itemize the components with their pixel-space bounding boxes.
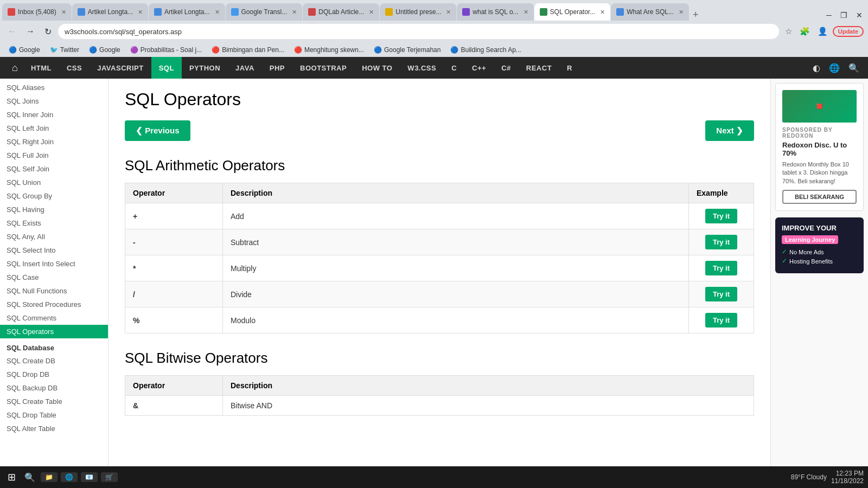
- prev-button[interactable]: ❮ Previous: [125, 120, 190, 141]
- nav-python[interactable]: PYTHON: [182, 57, 228, 79]
- sidebar-item-self-join[interactable]: SQL Self Join: [0, 162, 108, 176]
- tab-close[interactable]: ✕: [446, 9, 451, 16]
- nav-html[interactable]: HTML: [23, 57, 59, 79]
- sidebar-item-exists[interactable]: SQL Exists: [0, 216, 108, 230]
- next-button[interactable]: Next ❯: [705, 120, 754, 141]
- tab-close[interactable]: ✕: [600, 9, 605, 16]
- tab-dqlab[interactable]: DQLab Article... ✕: [303, 3, 379, 21]
- tab-close[interactable]: ✕: [524, 9, 528, 16]
- arithmetic-table: Operator Description Example + Add Try i…: [125, 183, 754, 333]
- start-button[interactable]: ⊞: [4, 471, 19, 483]
- nav-cpp[interactable]: C++: [464, 57, 494, 79]
- sidebar-item-comments[interactable]: SQL Comments: [0, 311, 108, 325]
- operator-description: Divide: [223, 281, 689, 307]
- update-button[interactable]: Update: [833, 26, 864, 37]
- ad-cta-button[interactable]: BELI SEKARANG: [782, 190, 857, 204]
- nav-bootstrap[interactable]: BOOTSTRAP: [292, 57, 354, 79]
- globe-icon[interactable]: 🌐: [827, 61, 842, 75]
- forward-button[interactable]: →: [23, 24, 38, 38]
- bookmark-terjemahan[interactable]: 🔵 Google Terjemahan: [369, 45, 445, 55]
- try-it-button[interactable]: Try it: [705, 287, 737, 301]
- bookmark-google2[interactable]: 🔵 Google: [85, 45, 125, 55]
- try-it-button[interactable]: Try it: [705, 235, 737, 249]
- try-it-button[interactable]: Try it: [705, 261, 737, 275]
- nav-r[interactable]: R: [559, 57, 580, 79]
- taskbar-item-store[interactable]: 🛒: [101, 472, 118, 482]
- taskbar-item-files[interactable]: 📁: [41, 472, 58, 482]
- reload-button[interactable]: ↻: [41, 24, 55, 39]
- nav-css[interactable]: CSS: [59, 57, 90, 79]
- example-cell: Try it: [689, 203, 754, 229]
- extensions-icon[interactable]: 🧩: [797, 25, 813, 38]
- sidebar-item-drop-table[interactable]: SQL Drop Table: [0, 408, 108, 422]
- new-tab-button[interactable]: +: [690, 9, 702, 21]
- minimize-button[interactable]: ─: [823, 10, 835, 21]
- sidebar-item-inner-join[interactable]: SQL Inner Join: [0, 108, 108, 121]
- try-it-button[interactable]: Try it: [705, 313, 737, 328]
- search-icon[interactable]: 🔍: [846, 61, 861, 75]
- tab-close[interactable]: ✕: [138, 9, 143, 16]
- sidebar-item-operators[interactable]: SQL Operators: [0, 325, 108, 338]
- tab-artikel1[interactable]: Artikel Longta... ✕: [72, 3, 148, 21]
- tab-close[interactable]: ✕: [61, 9, 66, 16]
- theme-toggle-icon[interactable]: ◐: [810, 61, 822, 75]
- tab-artikel2[interactable]: Artikel Longta... ✕: [149, 3, 225, 21]
- taskbar-item-edge[interactable]: 🌐: [61, 472, 78, 482]
- bookmark-twitter[interactable]: 🐦 Twitter: [46, 45, 84, 55]
- close-button[interactable]: ✕: [853, 10, 866, 21]
- nav-howto[interactable]: HOW TO: [354, 57, 400, 79]
- nav-react[interactable]: REACT: [519, 57, 559, 79]
- back-button[interactable]: ←: [4, 24, 20, 38]
- tab-sqloperators[interactable]: SQL Operator... ✕: [534, 3, 611, 21]
- bookmark-probabilitas[interactable]: 🟣 Probabilitas - Soal j...: [126, 45, 206, 55]
- home-icon[interactable]: ⌂: [7, 62, 23, 74]
- tab-close[interactable]: ✕: [369, 9, 374, 16]
- sidebar-item-backup-db[interactable]: SQL Backup DB: [0, 381, 108, 395]
- nav-javascript[interactable]: JAVASCRIPT: [90, 57, 151, 79]
- nav-php[interactable]: PHP: [262, 57, 292, 79]
- taskbar-item-mail[interactable]: 📧: [81, 472, 98, 482]
- tab-slides[interactable]: Untitled prese... ✕: [380, 3, 456, 21]
- sidebar-item-create-table[interactable]: SQL Create Table: [0, 395, 108, 408]
- col-header-operator: Operator: [125, 376, 223, 396]
- tab-whatare[interactable]: What Are SQL... ✕: [611, 3, 689, 21]
- nav-java[interactable]: JAVA: [228, 57, 262, 79]
- sidebar-item-having[interactable]: SQL Having: [0, 203, 108, 216]
- bookmark-building[interactable]: 🔵 Building Search Ap...: [446, 45, 525, 55]
- bookmark-skewn[interactable]: 🔴 Menghitung skewn...: [290, 45, 368, 55]
- try-it-button[interactable]: Try it: [705, 209, 737, 223]
- bookmark-google1[interactable]: 🔵 Google: [4, 45, 44, 55]
- nav-sql[interactable]: SQL: [151, 57, 182, 79]
- tab-close[interactable]: ✕: [215, 9, 220, 16]
- nav-c[interactable]: C: [444, 57, 464, 79]
- restore-button[interactable]: ❐: [837, 10, 851, 21]
- tab-sqlwhat[interactable]: what is SQL o... ✕: [457, 3, 533, 21]
- sidebar-item-left-join[interactable]: SQL Left Join: [0, 121, 108, 135]
- sidebar-item-case[interactable]: SQL Case: [0, 271, 108, 284]
- tab-close[interactable]: ✕: [679, 9, 684, 16]
- sidebar-item-null-functions[interactable]: SQL Null Functions: [0, 284, 108, 298]
- bookmark-bimbingan[interactable]: 🔴 Bimbingan dan Pen...: [207, 45, 289, 55]
- sidebar-item-joins[interactable]: SQL Joins: [0, 94, 108, 108]
- sidebar-item-aliases[interactable]: SQL Aliases: [0, 81, 108, 94]
- tab-gmail[interactable]: Inbox (5,408) ✕: [2, 3, 72, 21]
- sidebar-item-drop-db[interactable]: SQL Drop DB: [0, 368, 108, 381]
- sidebar-item-full-join[interactable]: SQL Full Join: [0, 149, 108, 162]
- tab-close[interactable]: ✕: [292, 9, 297, 16]
- sidebar-item-union[interactable]: SQL Union: [0, 176, 108, 189]
- sidebar-item-alter-table[interactable]: SQL Alter Table: [0, 422, 108, 435]
- bookmark-icon[interactable]: ☆: [782, 25, 795, 38]
- sidebar-item-insert-into-select[interactable]: SQL Insert Into Select: [0, 257, 108, 271]
- profile-icon[interactable]: 👤: [815, 25, 831, 38]
- address-input[interactable]: [58, 24, 779, 39]
- sidebar-item-create-db[interactable]: SQL Create DB: [0, 354, 108, 368]
- sidebar-item-right-join[interactable]: SQL Right Join: [0, 135, 108, 149]
- taskbar-search-icon[interactable]: 🔍: [22, 472, 37, 483]
- nav-w3css[interactable]: W3.CSS: [400, 57, 444, 79]
- sidebar-item-any-all[interactable]: SQL Any, All: [0, 230, 108, 243]
- tab-translate[interactable]: Google Transl... ✕: [226, 3, 303, 21]
- sidebar-item-group-by[interactable]: SQL Group By: [0, 189, 108, 203]
- sidebar-item-stored-procedures[interactable]: SQL Stored Procedures: [0, 298, 108, 311]
- sidebar-item-select-into[interactable]: SQL Select Into: [0, 243, 108, 257]
- nav-csharp[interactable]: C#: [494, 57, 519, 79]
